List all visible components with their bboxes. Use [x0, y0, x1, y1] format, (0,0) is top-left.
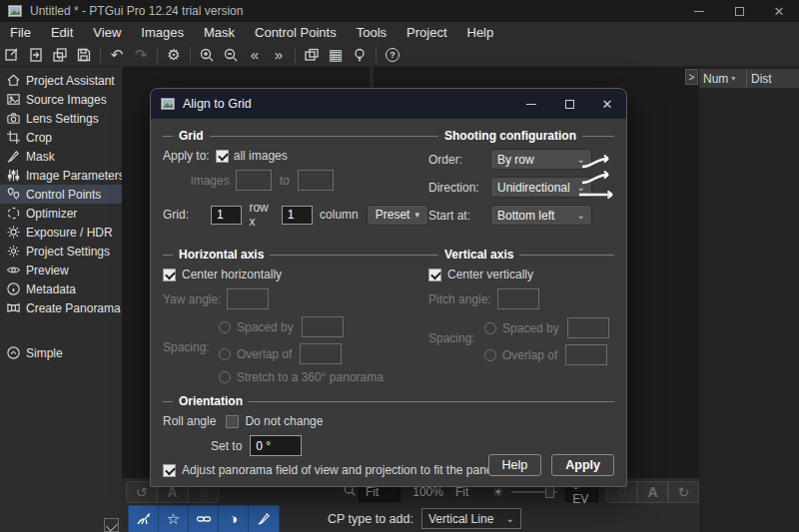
- menu-file[interactable]: File: [0, 22, 41, 43]
- start-at-dropdown[interactable]: Bottom left ⌄: [490, 205, 592, 226]
- minimize-button[interactable]: [679, 0, 719, 22]
- do-not-change-label: Do not change: [245, 414, 323, 428]
- set-to-input[interactable]: 0 °: [250, 435, 302, 456]
- ev-slider[interactable]: [511, 491, 557, 493]
- sidebar-item-source-images[interactable]: Source Images: [0, 90, 122, 109]
- save-icon[interactable]: [72, 44, 96, 66]
- vertical-axis-header: Vertical axis: [428, 248, 614, 262]
- help-icon[interactable]: ?: [381, 44, 404, 66]
- column-header-dist[interactable]: Dist: [747, 69, 776, 88]
- sidebar-item-project-assistant[interactable]: Project Assistant: [0, 71, 122, 90]
- sidebar-item-mask[interactable]: Mask: [0, 147, 122, 166]
- previous-pair-icon[interactable]: «: [243, 44, 267, 66]
- menu-project[interactable]: Project: [397, 22, 456, 43]
- menubar: File Edit View Images Mask Control Point…: [0, 22, 799, 43]
- star-icon[interactable]: ☆: [159, 506, 189, 532]
- cp-brush-icon[interactable]: [249, 506, 279, 532]
- help-button[interactable]: Help: [488, 454, 542, 476]
- dialog-close-button[interactable]: ✕: [588, 89, 626, 119]
- menu-mask[interactable]: Mask: [194, 22, 245, 43]
- maximize-button[interactable]: [719, 0, 759, 22]
- bulb-icon[interactable]: [348, 44, 372, 66]
- adjust-fov-label: Adjust panorama field of view and projec…: [182, 463, 520, 477]
- expand-panel-button[interactable]: >: [685, 69, 698, 85]
- pitch-angle-input: [497, 288, 539, 309]
- yaw-angle-input: [227, 288, 269, 309]
- menu-images[interactable]: Images: [131, 22, 194, 43]
- sidebar-item-simple[interactable]: Simple: [0, 343, 122, 362]
- pitch-angle-label: Pitch angle:: [428, 292, 491, 306]
- v-overlap-radio: [484, 349, 496, 361]
- h-overlap-label: Overlap of: [237, 347, 292, 361]
- menu-control-points[interactable]: Control Points: [245, 22, 347, 43]
- settings-gear-icon[interactable]: ⚙: [162, 44, 186, 66]
- apply-button[interactable]: Apply: [551, 454, 614, 476]
- sidebar-item-image-parameters[interactable]: Image Parameters: [0, 166, 122, 185]
- sidebar-item-optimizer[interactable]: Optimizer: [0, 204, 122, 223]
- toolbar: ↶ ↷ ⚙ « » ▦ ?: [0, 43, 799, 67]
- h-spaced-by-input: [302, 316, 344, 337]
- rotate-right-button[interactable]: ↻: [668, 481, 699, 503]
- maximize-icon: [565, 100, 574, 109]
- auto-letter-button-right[interactable]: A: [637, 481, 668, 503]
- columns-input[interactable]: 1: [282, 206, 313, 225]
- sidebar-item-project-settings[interactable]: Project Settings: [0, 242, 122, 261]
- sidebar-item-crop[interactable]: Crop: [0, 128, 122, 147]
- minimize-icon: [694, 11, 704, 12]
- center-vertically-label: Center vertically: [447, 267, 533, 281]
- direction-dropdown[interactable]: Unidirectional ⌄: [490, 177, 592, 198]
- zoom-in-icon[interactable]: [195, 44, 219, 66]
- zoom-out-icon[interactable]: [219, 44, 243, 66]
- h-stretch-radio: [219, 371, 231, 383]
- sliders-icon: [6, 168, 21, 183]
- sidebar-item-exposure-hdr[interactable]: Exposure / HDR: [0, 223, 122, 242]
- sidebar-item-metadata[interactable]: Metadata: [0, 279, 122, 298]
- sidebar-item-lens-settings[interactable]: Lens Settings: [0, 109, 122, 128]
- dropdown-arrow-icon: ▾: [414, 210, 419, 220]
- open-project-icon[interactable]: [24, 44, 48, 66]
- menu-tools[interactable]: Tools: [347, 22, 397, 43]
- center-horizontally-checkbox[interactable]: [163, 268, 176, 281]
- close-button[interactable]: ✕: [759, 0, 799, 22]
- minimize-icon: [526, 104, 536, 105]
- sidebar-item-create-panorama[interactable]: Create Panorama: [0, 298, 122, 317]
- panorama-editor-icon[interactable]: [300, 44, 324, 66]
- order-dropdown[interactable]: By row ⌄: [490, 149, 592, 170]
- direction-label: Direction:: [428, 181, 490, 195]
- next-pair-icon[interactable]: »: [267, 44, 291, 66]
- all-images-checkbox[interactable]: [216, 150, 229, 163]
- ev-slider-thumb[interactable]: [545, 486, 554, 498]
- dialog-titlebar[interactable]: Align to Grid ✕: [151, 89, 626, 119]
- contrast-icon[interactable]: ◑: [219, 506, 249, 532]
- dialog-maximize-button[interactable]: [550, 89, 588, 119]
- optimizer-icon: [6, 206, 21, 221]
- v-spaced-by-label: Spaced by: [502, 321, 559, 335]
- h-spaced-by-label: Spaced by: [237, 320, 294, 334]
- column-header-num[interactable]: Num ▾: [699, 69, 747, 88]
- add-images-icon[interactable]: [48, 44, 72, 66]
- center-vertically-checkbox[interactable]: [428, 268, 441, 281]
- partial-checkbox-icon: [104, 518, 119, 532]
- gear-icon: [6, 244, 21, 259]
- sidebar-item-preview[interactable]: Preview: [0, 261, 122, 279]
- detail-grid-icon[interactable]: ▦: [324, 44, 348, 66]
- link-icon[interactable]: [189, 506, 219, 532]
- new-project-icon[interactable]: [0, 44, 24, 66]
- adjust-fov-checkbox[interactable]: [163, 464, 176, 477]
- undo-icon[interactable]: ↶: [105, 44, 129, 66]
- preset-button[interactable]: Preset ▾: [367, 205, 428, 226]
- menu-edit[interactable]: Edit: [41, 22, 83, 43]
- dialog-minimize-button[interactable]: [512, 89, 550, 119]
- cp-type-dropdown[interactable]: Vertical Line ⌄: [421, 508, 521, 529]
- kangaroo-icon[interactable]: [129, 506, 159, 532]
- orientation-header: Orientation: [163, 394, 614, 408]
- sidebar-item-control-points[interactable]: Control Points: [0, 185, 122, 204]
- rows-input[interactable]: 1: [211, 206, 242, 225]
- cp-type-label: CP type to add:: [328, 512, 413, 526]
- menu-help[interactable]: Help: [457, 22, 504, 43]
- menu-view[interactable]: View: [83, 22, 131, 43]
- chevron-up-circle-icon: [6, 345, 21, 360]
- info-icon: [6, 281, 21, 296]
- brush-icon: [6, 149, 21, 164]
- do-not-change-checkbox[interactable]: [226, 415, 239, 428]
